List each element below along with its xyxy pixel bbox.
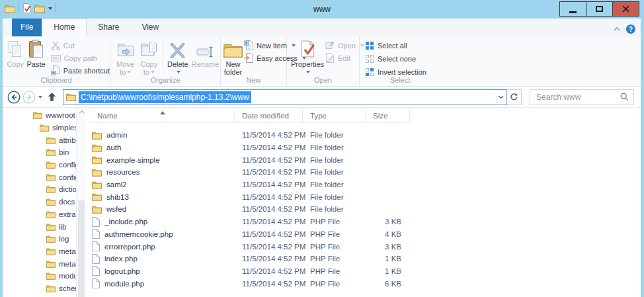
quick-access-toolbar [5, 3, 56, 13]
file-row[interactable]: resources 11/5/2014 4:52 PM File folder [90, 166, 641, 179]
copy-path-button[interactable]: Copy path [51, 53, 110, 63]
tree-item[interactable]: metada [3, 245, 76, 258]
delete-button[interactable]: Delete [165, 38, 190, 76]
recent-locations-caret[interactable] [38, 96, 42, 99]
tree-item[interactable]: schema [3, 282, 76, 295]
tree-item[interactable]: simplesar [3, 122, 76, 134]
tab-home[interactable]: Home [42, 19, 87, 36]
tab-share[interactable]: Share [87, 19, 130, 36]
file-date-modified: 11/5/2014 4:52 PM [235, 218, 303, 226]
help-button[interactable]: ? [626, 24, 635, 34]
forward-button[interactable] [22, 91, 36, 104]
tree-item[interactable]: module [3, 270, 76, 282]
tree-item-label: attribut [59, 136, 76, 144]
minimize-icon [569, 11, 577, 13]
minimize-button[interactable] [559, 1, 586, 17]
tree-item[interactable]: docs [3, 196, 76, 208]
tree-item[interactable]: metada [3, 257, 76, 270]
up-button[interactable] [47, 92, 57, 102]
file-row[interactable]: logout.php 11/5/2014 4:52 PM PHP File 1 … [90, 265, 641, 278]
address-dropdown-button[interactable] [495, 95, 506, 99]
properties-quick-button[interactable] [22, 3, 31, 13]
tree-item[interactable]: wwwroot [3, 109, 76, 122]
folder-icon [92, 131, 102, 140]
file-name: saml2 [106, 181, 127, 189]
tree-item-label: extra [59, 210, 76, 218]
address-path[interactable]: C:\inetpub\wwwroot\simplesamlphp-1.13.2\… [79, 91, 251, 103]
select-all-button[interactable]: Select all [365, 40, 440, 50]
column-header-size[interactable]: Size [366, 109, 410, 123]
folder-icon [92, 205, 102, 214]
select-none-button[interactable]: Select none [365, 54, 440, 64]
column-header-date-modified[interactable]: Date modified [235, 109, 303, 123]
rename-button[interactable]: Rename [190, 38, 220, 68]
tree-item[interactable]: extra [3, 208, 76, 221]
open-icon [325, 41, 335, 50]
scrollbar-up-icon[interactable] [79, 110, 85, 114]
file-row[interactable]: admin 11/5/2014 4:52 PM File folder [90, 129, 641, 142]
tree-item[interactable]: bin [3, 146, 76, 159]
file-type: File folder [303, 156, 366, 164]
maximize-button[interactable] [586, 1, 613, 17]
move-to-button[interactable]: Move to [114, 38, 138, 76]
tree-item[interactable]: diction: [3, 183, 76, 196]
tree-item[interactable]: config- [3, 171, 76, 183]
tab-file[interactable]: File [12, 19, 42, 36]
file-row[interactable]: authmemcookie.php 11/5/2014 4:52 PM PHP … [90, 228, 641, 241]
cut-button[interactable]: Cut [51, 40, 110, 50]
invert-selection-button[interactable]: Invert selection [365, 67, 440, 77]
file-icon [92, 217, 100, 227]
back-button[interactable] [7, 91, 20, 104]
file-type: PHP File [303, 280, 366, 288]
new-folder-quick-button[interactable] [34, 4, 45, 13]
paste-shortcut-button[interactable]: Paste shortcut [51, 65, 110, 75]
ribbon-group-select: Select all Select none Invert selection … [360, 36, 440, 86]
search-box [530, 89, 634, 105]
file-type: PHP File [303, 255, 366, 263]
copy-to-icon [140, 38, 157, 58]
file-size: 4 KB [366, 230, 410, 238]
new-folder-button[interactable]: New folder [223, 38, 243, 76]
search-input[interactable] [535, 92, 620, 103]
file-row[interactable]: auth 11/5/2014 4:52 PM File folder [90, 142, 641, 154]
select-none-icon [365, 54, 374, 64]
collapse-ribbon-button[interactable] [614, 27, 620, 31]
file-row[interactable]: module.php 11/5/2014 4:52 PM PHP File 6 … [90, 277, 641, 290]
file-name: shib13 [106, 193, 129, 201]
copy-to-button[interactable]: Copy to [138, 38, 161, 76]
copy-path-icon [51, 54, 61, 62]
ribbon-group-open: Properties Open Edit Open [287, 36, 360, 86]
open-button[interactable]: Open [325, 40, 364, 50]
scrollbar-thumb[interactable] [78, 200, 85, 297]
edit-button[interactable]: Edit [325, 53, 364, 63]
paste-button[interactable]: Paste [25, 38, 46, 68]
tree-item[interactable]: attribut [3, 134, 76, 146]
file-row[interactable]: _include.php 11/5/2014 4:52 PM PHP File … [90, 216, 641, 228]
folder-icon [46, 260, 56, 268]
delete-icon [169, 38, 186, 58]
tree-item[interactable]: lib [3, 220, 76, 233]
column-header-type[interactable]: Type [303, 109, 366, 123]
tree-item[interactable]: log [3, 233, 76, 245]
close-button[interactable] [612, 1, 639, 17]
tab-view[interactable]: View [130, 19, 170, 36]
properties-button[interactable]: Properties [291, 38, 324, 76]
file-row[interactable]: errorreport.php 11/5/2014 4:52 PM PHP Fi… [90, 240, 641, 253]
close-icon [622, 5, 629, 13]
copy-button[interactable]: Copy [5, 38, 25, 68]
file-row[interactable]: saml2 11/5/2014 4:52 PM File folder [90, 179, 641, 191]
file-row[interactable]: shib13 11/5/2014 4:52 PM File folder [90, 191, 641, 203]
address-bar[interactable]: C:\inetpub\wwwroot\simplesamlphp-1.13.2\… [63, 89, 507, 105]
tree-item[interactable]: config [3, 159, 76, 171]
refresh-button[interactable] [507, 89, 522, 105]
tree-scrollbar[interactable] [76, 108, 86, 297]
column-header-name[interactable]: Name [90, 109, 235, 123]
file-row[interactable]: wsfed 11/5/2014 4:52 PM File folder [90, 203, 641, 216]
file-date-modified: 11/5/2014 4:52 PM [235, 230, 303, 238]
file-type: File folder [303, 131, 366, 139]
file-row[interactable]: example-simple 11/5/2014 4:52 PM File fo… [90, 153, 641, 166]
file-row[interactable]: index.php 11/5/2014 4:52 PM PHP File 1 K… [90, 253, 641, 265]
group-label-select: Select [360, 76, 440, 84]
qat-customize-caret-icon[interactable] [48, 7, 52, 10]
file-size: 3 KB [366, 243, 410, 251]
